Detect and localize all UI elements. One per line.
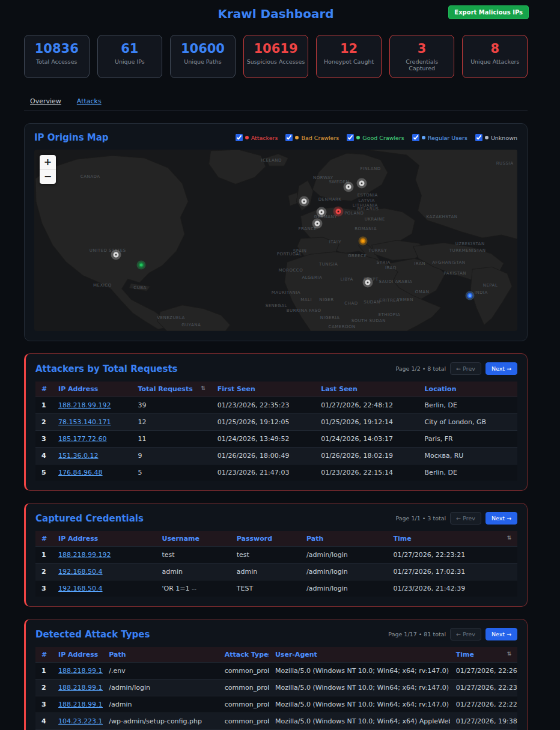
cell-rank: 3 — [35, 431, 52, 448]
next-page-button[interactable]: Next → — [485, 512, 517, 525]
cell-path: /admin/login — [103, 680, 218, 696]
stat-value: 12 — [319, 42, 379, 56]
stats-row: 10836 Total Accesses 61 Unique IPs 10600… — [24, 35, 528, 78]
cell-ip: 185.177.72.60 — [52, 431, 132, 448]
landmass-greenland — [209, 150, 266, 184]
ip-link[interactable]: 188.218.99.192 — [58, 401, 111, 409]
cell-rank: 2 — [35, 414, 52, 431]
column-header-rank: # — [35, 382, 52, 397]
map-marker-bad[interactable] — [360, 238, 365, 243]
ip-link[interactable]: 185.177.72.60 — [58, 435, 106, 443]
stat-label: Honeypot Caught — [319, 58, 379, 65]
cell-location: Berlin, DE — [419, 464, 517, 481]
pagination-info: Page 1/17 • 81 total — [388, 631, 446, 637]
map-marker-cluster[interactable] — [359, 180, 365, 186]
column-header-username: Username — [156, 531, 230, 547]
legend-item-unknown[interactable]: Unknown — [475, 134, 517, 141]
column-header-time: ⇅Time — [387, 531, 517, 547]
cell-ip: 104.23.223.128 — [52, 713, 103, 730]
cell-ip: 188.218.99.192 — [52, 696, 103, 713]
prev-page-button[interactable]: ← Prev — [450, 512, 481, 525]
map-marker-cluster[interactable] — [318, 210, 324, 215]
map-canvas[interactable]: + − CANADAICELANDRUSSIAFINLANDNORWAYSWED… — [34, 150, 517, 331]
column-header-total-requests: ⇅Total Requests — [132, 382, 211, 397]
ip-link[interactable]: 176.84.96.48 — [58, 469, 102, 476]
landmass-north-america — [35, 156, 188, 329]
prev-page-button[interactable]: ← Prev — [450, 628, 481, 640]
ip-link[interactable]: 188.218.99.192 — [58, 701, 103, 708]
ip-link[interactable]: 188.218.99.192 — [58, 684, 103, 692]
legend-checkbox-bad-crawlers[interactable] — [285, 134, 293, 141]
map-marker-cluster[interactable] — [302, 198, 307, 204]
column-header-first-seen: First Seen — [212, 382, 315, 397]
landmass-uk — [296, 180, 313, 210]
table-row: 3 185.177.72.60 11 01/24/2026, 13:49:52 … — [35, 431, 517, 448]
sort-icon[interactable]: ⇅ — [507, 535, 511, 541]
legend-item-attackers[interactable]: Attackers — [236, 134, 278, 141]
ip-link[interactable]: 192.168.50.4 — [58, 585, 102, 592]
cell-path: /admin/login — [300, 580, 387, 597]
legend-checkbox-attackers[interactable] — [236, 134, 243, 141]
stat-card-unique-ips: 61 Unique IPs — [97, 35, 163, 78]
ip-link[interactable]: 151.36.0.12 — [58, 452, 98, 460]
stat-card-honeypot-caught: 12 Honeypot Caught — [316, 35, 382, 78]
export-malicious-ips-button[interactable]: Export Malicious IPs — [448, 5, 529, 19]
map-marker-cluster[interactable] — [346, 184, 352, 189]
cell-ip: 188.218.99.192 — [52, 663, 103, 680]
table-header-row: # IP Address Path Attack Types User-Agen… — [35, 647, 517, 663]
cell-path: /admin — [103, 696, 218, 713]
legend-checkbox-good-crawlers[interactable] — [347, 134, 354, 141]
prev-page-button[interactable]: ← Prev — [450, 362, 481, 375]
cell-attack-types: common_probes — [219, 663, 269, 680]
stat-card-unique-attackers: 8 Unique Attackers — [462, 35, 528, 78]
ip-link[interactable]: 104.23.223.128 — [58, 717, 103, 725]
ip-link[interactable]: 192.168.50.4 — [58, 568, 102, 576]
map-marker-cluster[interactable] — [113, 252, 118, 257]
ip-link[interactable]: 188.218.99.192 — [58, 551, 111, 559]
stat-label: Unique Paths — [173, 58, 233, 65]
table-row: 2 188.218.99.192 /admin/login common_pro… — [35, 680, 517, 696]
legend-item-good-crawlers[interactable]: Good Crawlers — [347, 134, 404, 141]
map-marker-regular[interactable] — [467, 293, 473, 298]
map-zoom-out-button[interactable]: − — [40, 169, 56, 184]
captured-credentials-panel: Captured Credentials Page 1/1 • 3 total … — [24, 503, 528, 607]
cell-rank: 4 — [35, 448, 52, 464]
next-page-button[interactable]: Next → — [485, 628, 517, 640]
cell-ip: 188.218.99.192 — [52, 547, 156, 564]
tab-overview[interactable]: Overview — [30, 94, 61, 111]
attackers-by-total-requests-panel: Attackers by Total Requests Page 1/2 • 8… — [24, 353, 528, 491]
cell-password: TEST — [231, 580, 300, 597]
table-header-row: # IP Address Username Password Path ⇅Tim… — [35, 531, 517, 547]
table-row: 1 188.218.99.192 test test /admin/login … — [35, 547, 517, 564]
legend-checkbox-unknown[interactable] — [475, 134, 482, 141]
cell-time: 01/27/2026, 22:22:54 — [450, 696, 517, 713]
next-page-button[interactable]: Next → — [485, 362, 517, 375]
cell-ip: 188.218.99.192 — [52, 680, 103, 696]
cell-total-requests: 9 — [132, 448, 211, 464]
cell-first-seen: 01/23/2026, 21:47:03 — [212, 464, 315, 481]
map-marker-good[interactable] — [138, 262, 144, 267]
ip-link[interactable]: 78.153.140.171 — [58, 418, 111, 426]
legend-dot-attackers — [245, 136, 249, 139]
stat-value: 10619 — [246, 42, 306, 56]
cell-attack-types: common_probes — [219, 696, 269, 713]
ip-link[interactable]: 188.218.99.192 — [58, 667, 103, 675]
map-marker-cluster[interactable] — [315, 221, 320, 227]
map-marker-attacker[interactable] — [335, 209, 341, 214]
legend-item-bad-crawlers[interactable]: Bad Crawlers — [285, 134, 339, 141]
sort-icon[interactable]: ⇅ — [507, 651, 511, 657]
map-marker-cluster[interactable] — [365, 279, 370, 285]
legend-checkbox-regular-users[interactable] — [412, 134, 419, 141]
cell-last-seen: 01/24/2026, 14:03:17 — [315, 431, 418, 448]
cell-username: 'OR 1=1 -- — [156, 580, 230, 597]
tab-attacks[interactable]: Attacks — [77, 94, 102, 111]
legend-item-regular-users[interactable]: Regular Users — [412, 134, 467, 141]
cell-total-requests: 12 — [132, 414, 211, 431]
stat-label: Unique IPs — [100, 58, 160, 65]
sort-icon[interactable]: ⇅ — [201, 385, 205, 391]
legend-label-unknown: Unknown — [491, 135, 517, 141]
cell-path: /admin/login — [300, 547, 387, 564]
cell-last-seen: 01/23/2026, 22:15:14 — [315, 464, 418, 481]
column-header-ip-address: IP Address — [52, 531, 156, 547]
map-zoom-in-button[interactable]: + — [40, 155, 56, 169]
